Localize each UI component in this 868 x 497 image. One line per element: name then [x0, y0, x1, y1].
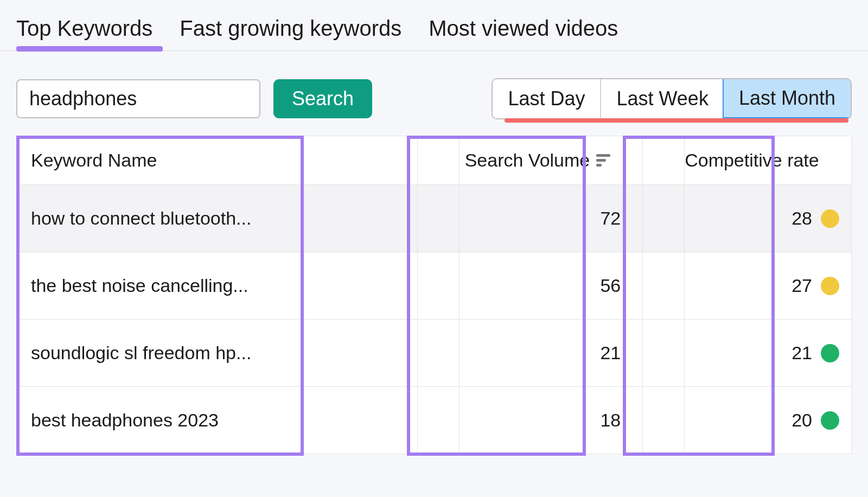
cell-rate: 20 — [685, 387, 852, 454]
cell-keyword: best headphones 2023 — [17, 387, 418, 454]
rate-value: 21 — [792, 342, 812, 364]
cell-keyword: soundlogic sl freedom hp... — [17, 320, 418, 387]
rate-value: 28 — [792, 208, 812, 229]
header-rate[interactable]: Competitive rate — [685, 136, 852, 185]
cell-volume: 56 — [459, 252, 643, 320]
cell-volume: 72 — [459, 185, 643, 252]
rate-dot-icon — [821, 209, 839, 228]
sort-desc-icon — [596, 154, 610, 167]
cell-keyword: the best noise cancelling... — [17, 252, 418, 320]
header-spacer2 — [643, 136, 685, 185]
search-button[interactable]: Search — [273, 79, 372, 118]
rate-dot-icon — [821, 344, 839, 362]
controls-row: Search Last Day Last Week Last Month — [0, 51, 868, 130]
date-range-toggle: Last Day Last Week Last Month — [492, 78, 852, 119]
header-volume[interactable]: Search Volume — [459, 136, 643, 185]
cell-keyword: how to connect bluetooth... — [17, 185, 418, 252]
tab-most-viewed[interactable]: Most viewed videos — [429, 16, 618, 50]
annotation-underline — [505, 118, 848, 123]
tab-fast-growing[interactable]: Fast growing keywords — [180, 16, 401, 50]
table-header-row: Keyword Name Search Volume Competitive r… — [17, 136, 852, 185]
range-last-month[interactable]: Last Month — [723, 78, 852, 118]
header-keyword[interactable]: Keyword Name — [17, 136, 418, 185]
rate-dot-icon — [821, 277, 839, 295]
results-table-wrap: Keyword Name Search Volume Competitive r… — [16, 136, 852, 454]
header-volume-label: Search Volume — [465, 150, 590, 171]
rate-value: 27 — [792, 275, 812, 296]
table-row[interactable]: how to connect bluetooth... 72 28 — [17, 185, 852, 252]
cell-rate: 28 — [685, 185, 852, 252]
cell-rate: 21 — [685, 320, 852, 387]
tabs-bar: Top Keywords Fast growing keywords Most … — [0, 0, 868, 51]
search-input[interactable] — [16, 79, 260, 118]
cell-volume: 21 — [459, 320, 643, 387]
cell-volume: 18 — [459, 387, 643, 454]
results-table: Keyword Name Search Volume Competitive r… — [16, 136, 852, 454]
cell-rate: 27 — [685, 252, 852, 320]
rate-dot-icon — [821, 411, 839, 430]
header-spacer — [417, 136, 459, 185]
table-row[interactable]: the best noise cancelling... 56 27 — [17, 252, 852, 320]
table-row[interactable]: soundlogic sl freedom hp... 21 21 — [17, 320, 852, 387]
range-last-day[interactable]: Last Day — [493, 79, 600, 118]
range-last-week[interactable]: Last Week — [600, 79, 723, 118]
table-row[interactable]: best headphones 2023 18 20 — [17, 387, 852, 454]
rate-value: 20 — [792, 410, 812, 431]
tab-top-keywords[interactable]: Top Keywords — [16, 16, 152, 50]
